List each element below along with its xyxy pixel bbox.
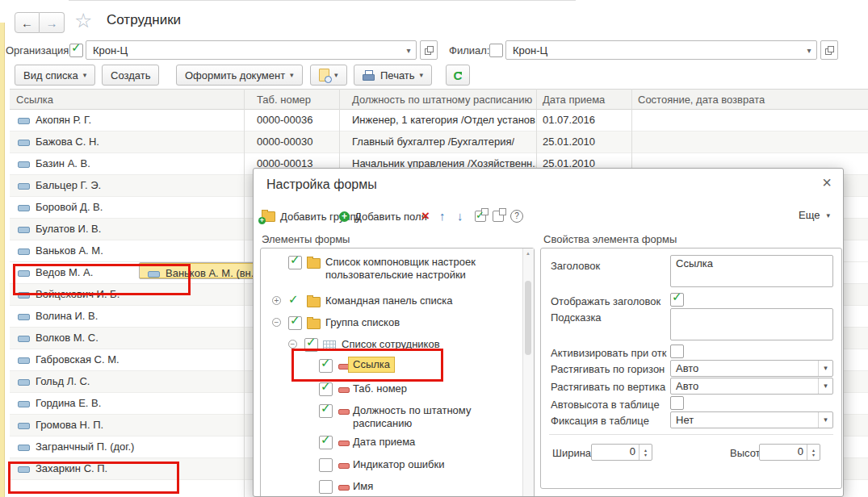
visibility-checkbox[interactable] xyxy=(319,480,333,494)
tree-item[interactable]: Индикатор ошибки xyxy=(261,457,534,474)
branch-label: Филиал: xyxy=(449,44,489,56)
chevron-down-icon: ▾ xyxy=(420,71,424,79)
delete-icon[interactable]: × xyxy=(421,209,430,223)
more-button[interactable]: Еще ▾ xyxy=(799,209,830,221)
tooltip-input[interactable] xyxy=(670,308,833,340)
height-spinner[interactable]: ▴▾ xyxy=(807,445,820,460)
employee-tab-number: 0000-00030 xyxy=(257,132,312,152)
dropdown-arrow-icon[interactable]: ▾ xyxy=(818,361,832,376)
help-icon[interactable]: ? xyxy=(510,210,523,223)
add-fields-button[interactable]: + Добавить поля xyxy=(339,206,427,227)
column-header-tab[interactable]: Таб. номер xyxy=(257,94,311,106)
fixation-select[interactable]: Нет ▾ xyxy=(670,411,833,428)
document-clock-icon xyxy=(319,69,329,81)
tree-item[interactable]: ✓Дата приема xyxy=(261,435,534,451)
tree-item[interactable]: ✓Таб. номер xyxy=(261,382,534,398)
view-list-button[interactable]: Вид списка▾ xyxy=(15,65,95,86)
close-icon[interactable]: × xyxy=(822,174,832,190)
tree-item-label: Индикатор ошибки xyxy=(353,458,444,471)
collapse-icon[interactable]: − xyxy=(288,340,297,349)
width-spinner[interactable]: ▴▾ xyxy=(639,445,652,460)
visibility-checkbox[interactable]: ✓ xyxy=(319,382,333,396)
tree-item-label: Группа списков xyxy=(325,316,400,329)
activate-label: Активизировать при отк xyxy=(551,347,669,359)
visibility-checkbox[interactable]: ✓ xyxy=(288,316,302,330)
folder-icon xyxy=(307,297,321,307)
stretch-h-select[interactable]: Авто ▾ xyxy=(670,360,833,377)
reference-icon xyxy=(18,357,30,364)
print-button[interactable]: Печать▾ xyxy=(354,65,432,86)
employee-row[interactable]: Акопян Р. Г.0000-00036Инженер, 1 категор… xyxy=(10,110,868,132)
dialog-title: Настройка формы xyxy=(266,178,377,192)
branch-field[interactable]: Крон-Ц ▾ xyxy=(505,40,817,60)
forward-button[interactable]: → xyxy=(40,12,65,33)
show-title-checkbox[interactable]: ✓ xyxy=(670,293,684,307)
expand-icon[interactable]: + xyxy=(272,296,281,305)
title-input[interactable]: Ссылка xyxy=(670,255,833,287)
tree-item[interactable]: ✓Должность по штатному расписанию xyxy=(261,403,534,420)
move-down-icon[interactable]: ↓ xyxy=(457,210,463,222)
height-input[interactable]: 0 ▴▾ xyxy=(759,444,820,461)
column-header-position[interactable]: Должность по штатному расписанию xyxy=(352,94,532,106)
favorite-star-icon[interactable]: ☆ xyxy=(74,9,92,32)
dropdown-arrow-icon[interactable]: ▾ xyxy=(818,412,832,428)
branch-open-button[interactable] xyxy=(820,40,838,60)
back-button[interactable]: ← xyxy=(15,12,40,33)
tree-item[interactable]: ✓Ссылка xyxy=(261,358,534,374)
employee-name: Габровская С. М. xyxy=(36,349,120,370)
check-mark-icon[interactable]: ✓ xyxy=(288,292,299,307)
column-header-hire-date[interactable]: Дата приема xyxy=(543,94,605,106)
visibility-checkbox[interactable] xyxy=(319,458,333,472)
visibility-checkbox[interactable]: ✓ xyxy=(319,404,333,418)
visibility-checkbox[interactable]: ✓ xyxy=(304,338,318,352)
refresh-button[interactable]: C xyxy=(446,65,470,86)
visibility-checkbox[interactable]: ✓ xyxy=(319,436,333,449)
create-based-on-button[interactable]: ▾ xyxy=(310,65,347,86)
dropdown-arrow-icon[interactable]: ▾ xyxy=(401,46,416,55)
column-header-link[interactable]: Ссылка xyxy=(16,94,53,106)
dropdown-arrow-icon[interactable]: ▾ xyxy=(802,46,816,55)
spin-down-icon[interactable]: ▾ xyxy=(812,453,815,457)
reference-icon xyxy=(18,314,30,320)
organization-checkbox[interactable]: ✓ xyxy=(69,44,83,57)
autoheight-checkbox[interactable] xyxy=(670,396,684,410)
add-plus-icon: + xyxy=(339,211,350,222)
dropdown-arrow-icon[interactable]: ▾ xyxy=(818,378,832,394)
spin-down-icon[interactable]: ▾ xyxy=(644,453,647,457)
forward-arrow-icon: → xyxy=(46,17,58,29)
width-input[interactable]: 0 ▴▾ xyxy=(591,444,652,461)
employee-name: Базин А. В. xyxy=(36,153,90,174)
tree-item[interactable]: +✓Командная панель списка xyxy=(261,294,534,310)
check-icon: ✓ xyxy=(321,402,331,414)
uncheck-all-icon[interactable] xyxy=(493,211,504,222)
collapse-icon[interactable]: − xyxy=(272,318,281,327)
organization-open-button[interactable] xyxy=(420,40,438,60)
column-divider xyxy=(244,89,245,497)
check-icon: ✓ xyxy=(71,41,82,53)
tooltip-label: Подсказка xyxy=(551,311,669,324)
tree-item[interactable]: ✓Список компоновщик настроек пользовател… xyxy=(261,255,534,271)
move-up-icon[interactable]: ↑ xyxy=(439,210,446,222)
tree-item[interactable]: Имя xyxy=(261,479,534,495)
make-document-button[interactable]: Оформить документ▾ xyxy=(176,65,303,86)
visibility-checkbox[interactable]: ✓ xyxy=(288,256,302,269)
check-icon: ✓ xyxy=(290,314,300,326)
create-button[interactable]: Создать xyxy=(102,65,159,86)
stretch-v-select[interactable]: Авто ▾ xyxy=(670,378,833,395)
employee-name: Волков М. С. xyxy=(36,328,99,349)
column-header-state[interactable]: Состояние, дата возврата xyxy=(638,94,765,106)
check-all-icon[interactable]: ✓ xyxy=(475,211,486,222)
employee-row[interactable]: Бажова С. Н.0000-00030Главный бухгалтер … xyxy=(10,132,868,153)
activate-checkbox[interactable] xyxy=(670,345,684,358)
visibility-checkbox[interactable]: ✓ xyxy=(319,359,333,373)
window-top-border xyxy=(69,0,576,1)
branch-checkbox[interactable] xyxy=(489,44,503,57)
organization-field[interactable]: Крон-Ц ▾ xyxy=(86,40,417,60)
tree-item[interactable]: −✓Список сотрудников xyxy=(261,337,534,353)
reference-icon xyxy=(18,248,30,255)
printer-icon xyxy=(363,70,375,81)
tree-item-label: Таб. номер xyxy=(353,382,407,395)
tree-item[interactable]: −✓Группа списков xyxy=(261,315,534,332)
organization-label: Организация: xyxy=(6,44,72,56)
table-header: Ссылка Таб. номер Должность по штатному … xyxy=(10,89,868,110)
